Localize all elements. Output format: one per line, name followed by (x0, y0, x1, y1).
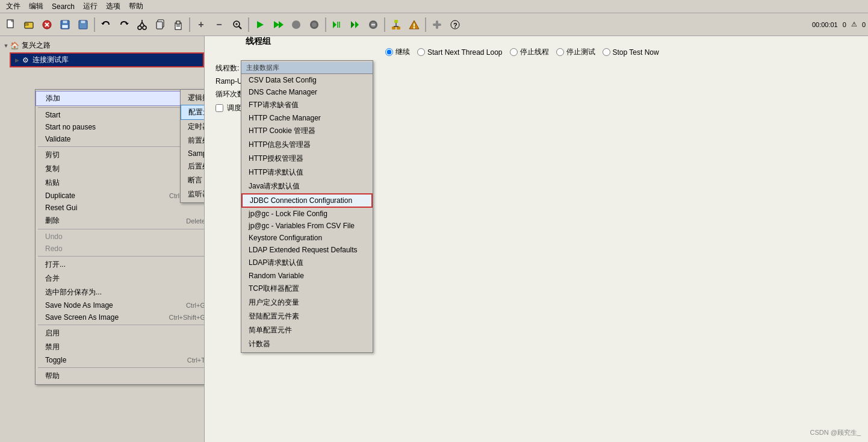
submenu2-http-cookie[interactable]: HTTP Cookie 管理器 (241, 124, 373, 138)
submenu2-http-header-label: HTTP信息头管理器 (249, 140, 311, 150)
submenu2-http-auth[interactable]: HTTP授权管理器 (241, 152, 373, 166)
svg-rect-3 (25, 23, 28, 25)
submenu2-ldap-ext-label: LDAP Extended Request Defaults (249, 246, 358, 254)
submenu-assertion[interactable]: 断言 ► (181, 173, 205, 187)
submenu-post-processor[interactable]: 后置处理器 ► (181, 160, 205, 173)
toolbar-help[interactable]: ? (447, 16, 463, 33)
ctx-disable[interactable]: 禁用 (36, 340, 205, 354)
ctx-delete-label: 删除 (45, 216, 60, 226)
menu-file[interactable]: 文件 (2, 0, 24, 13)
submenu2-http-header[interactable]: HTTP信息头管理器 (241, 138, 373, 152)
toolbar-stop[interactable] (288, 16, 305, 33)
ctx-duplicate[interactable]: Duplicate Ctrl+Shift+C (36, 190, 205, 202)
submenu2-ftp-label: FTP请求缺省值 (249, 100, 299, 110)
radio-continue[interactable]: 继续 (385, 47, 410, 57)
toolbar-copy[interactable] (152, 16, 169, 33)
ctx-copy[interactable]: 复制 Ctrl+C (36, 162, 205, 176)
toolbar-settings[interactable] (429, 16, 445, 33)
submenu2-counter[interactable]: 计数器 (241, 337, 373, 351)
toolbar-cut[interactable] (134, 16, 150, 33)
ctx-add[interactable]: 添加 ► (36, 91, 205, 106)
submenu2-random-var[interactable]: Random Variable (241, 270, 373, 282)
submenu2-simple-label: 简单配置元件 (249, 325, 292, 335)
menu-help[interactable]: 帮助 (125, 0, 147, 13)
radio-stop-test-now[interactable]: Stop Test Now (603, 48, 659, 57)
submenu2-ftp[interactable]: FTP请求缺省值 (241, 98, 373, 112)
toolbar-new[interactable] (2, 16, 19, 33)
toolbar-stop2[interactable] (306, 16, 323, 33)
radio-stop-test[interactable]: 停止测试 (556, 47, 595, 57)
submenu2-ldap-default[interactable]: LDAP请求默认值 (241, 256, 373, 270)
submenu2-jdbc[interactable]: JDBC Connection Configuration (241, 193, 373, 208)
submenu2-keystore[interactable]: Keystore Configuration (241, 232, 373, 244)
ctx-delete[interactable]: 删除 Delete (36, 214, 205, 228)
toolbar-save[interactable] (57, 16, 73, 33)
radio-start-next-loop[interactable]: Start Next Thread Loop (417, 48, 503, 57)
tree-node-root-row[interactable]: ▼ 🏠 复兴之路 (0, 39, 204, 52)
scheduler-checkbox[interactable] (215, 104, 223, 112)
submenu-timer-label: 定时器 (188, 122, 205, 132)
submenu2-variables-csv[interactable]: jp@gc - Variables From CSV File (241, 220, 373, 232)
tree-node-child-row[interactable]: ▶ ⚙ 连接测试库 (10, 52, 204, 67)
submenu2-http-cache[interactable]: HTTP Cache Manager (241, 112, 373, 124)
submenu-sampler[interactable]: Sampler ► (181, 148, 205, 160)
toolbar-saveas[interactable] (75, 16, 91, 33)
ctx-merge[interactable]: 合并 (36, 272, 205, 285)
toolbar-undo[interactable] (98, 16, 114, 33)
submenu-logic-controller[interactable]: 逻辑控制器 ► (181, 91, 205, 105)
ctx-start-no-pause-label: Start no pauses (45, 123, 96, 131)
ctx-start[interactable]: Start (36, 109, 205, 121)
sep2 (189, 17, 190, 32)
menu-run[interactable]: 运行 (79, 0, 101, 13)
ctx-save-screen-image[interactable]: Save Screen As Image Ctrl+Shift+G (36, 311, 205, 323)
toolbar-play-no-pause[interactable] (270, 16, 287, 33)
ctx-start-no-pause[interactable]: Start no pauses (36, 121, 205, 133)
menu-edit[interactable]: 编辑 (25, 0, 47, 13)
submenu-timer[interactable]: 定时器 ► (181, 120, 205, 134)
radio-stop-test-now-label: Stop Test Now (613, 48, 659, 57)
toolbar-tree[interactable] (388, 16, 405, 33)
toolbar-collapse[interactable]: − (211, 16, 228, 33)
submenu2-java-default[interactable]: Java请求默认值 (241, 179, 373, 193)
tree-node-child: ▶ ⚙ 连接测试库 (10, 52, 204, 68)
submenu2-http-default[interactable]: HTTP请求默认值 (241, 166, 373, 179)
submenu2-user-vars[interactable]: 用户定义的变量 (241, 296, 373, 310)
ctx-reset-gui-label: Reset Gui (45, 204, 77, 212)
submenu2-dns[interactable]: DNS Cache Manager (241, 86, 373, 98)
ctx-save-node-image[interactable]: Save Node As Image Ctrl+G (36, 299, 205, 311)
ctx-help[interactable]: 帮助 (36, 369, 205, 383)
ctx-validate[interactable]: Validate (36, 133, 205, 145)
ctx-cut[interactable]: 剪切 Ctrl+X (36, 148, 205, 162)
submenu2-simple-config[interactable]: 简单配置元件 (241, 323, 373, 337)
radio-stop-thread[interactable]: 停止线程 (510, 47, 549, 57)
toolbar-zoom[interactable] (229, 16, 246, 33)
ctx-open[interactable]: 打开... (36, 258, 205, 272)
toolbar-test-result[interactable] (406, 16, 423, 33)
submenu2-tcp-sampler[interactable]: TCP取样器配置 (241, 282, 373, 296)
submenu-listener[interactable]: 监听器 ► (181, 187, 205, 201)
menu-options[interactable]: 选项 (102, 0, 124, 13)
toolbar-close[interactable] (39, 16, 55, 33)
toolbar-paste[interactable] (170, 16, 187, 33)
submenu2-csv[interactable]: CSV Data Set Config (241, 74, 373, 86)
toolbar-remote-run2[interactable] (347, 16, 364, 33)
ctx-reset-gui[interactable]: Reset Gui (36, 202, 205, 214)
submenu2-login-config[interactable]: 登陆配置元件素 (241, 310, 373, 323)
radio-next-loop-label: Start Next Thread Loop (427, 48, 503, 57)
toolbar-remote-run[interactable] (329, 16, 346, 33)
menu-search[interactable]: Search (48, 1, 78, 12)
toolbar-open[interactable] (20, 16, 37, 33)
toolbar-play[interactable] (252, 16, 268, 33)
submenu-config-element[interactable]: 配置元件 ► (181, 105, 205, 120)
toolbar-expand[interactable]: + (193, 16, 209, 33)
ctx-paste[interactable]: 粘贴 Ctrl+V (36, 176, 205, 190)
ctx-toggle[interactable]: Toggle Ctrl+T (36, 354, 205, 366)
ctx-enable[interactable]: 启用 (36, 326, 205, 340)
submenu2-ldap-extended[interactable]: LDAP Extended Request Defaults (241, 244, 373, 256)
toolbar-redo[interactable] (116, 16, 132, 33)
toolbar-remote-stop[interactable] (365, 16, 382, 33)
submenu2-java-label: Java请求默认值 (249, 181, 300, 191)
submenu2-lock-file[interactable]: jp@gc - Lock File Config (241, 208, 373, 220)
submenu-pre-processor[interactable]: 前置处理器 ► (181, 134, 205, 148)
ctx-save-selected[interactable]: 选中部分保存为... (36, 285, 205, 299)
